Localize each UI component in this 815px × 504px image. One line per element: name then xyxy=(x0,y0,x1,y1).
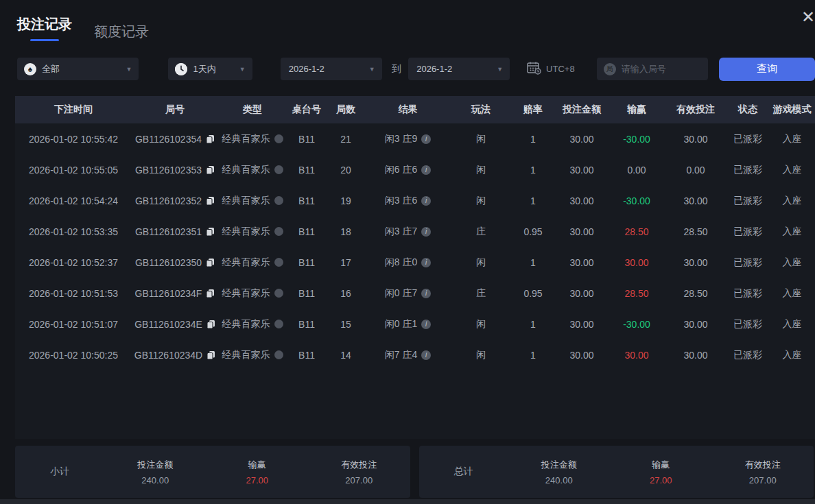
cell-valid-bet: 28.50 xyxy=(665,288,727,299)
cell-bet-amount: 30.00 xyxy=(555,319,609,330)
result-text: 闲0 庄1 xyxy=(385,318,417,331)
cell-round-id: GB1126102350 xyxy=(132,257,218,268)
cell-odds: 0.95 xyxy=(511,226,555,237)
cell-bet-time: 2026-01-02 10:50:25 xyxy=(15,350,132,361)
info-icon[interactable]: i xyxy=(421,196,431,206)
total-panel: 总计 投注金额 240.00 输赢 27.00 有效投注 207.00 xyxy=(419,446,814,498)
time-range-select-value: 1天内 xyxy=(193,63,215,75)
info-icon[interactable]: i xyxy=(421,350,431,360)
tab-quota-records[interactable]: 额度记录 xyxy=(94,23,149,41)
game-status-icon xyxy=(274,227,283,236)
game-type-text: 经典百家乐 xyxy=(222,256,270,269)
cell-result: 闲6 庄6 i xyxy=(365,164,451,176)
cell-win-loss: -30.00 xyxy=(609,134,665,145)
copy-icon[interactable] xyxy=(206,165,215,175)
date-to-select[interactable]: 2026-1-2 ▼ xyxy=(408,58,510,80)
game-type-text: 经典百家乐 xyxy=(222,349,270,361)
round-id-search-field[interactable]: 局 xyxy=(597,58,709,80)
close-icon[interactable]: ✕ xyxy=(801,7,815,27)
total-valid-bet: 有效投注 207.00 xyxy=(712,459,814,485)
game-type-text: 经典百家乐 xyxy=(222,133,270,145)
info-icon[interactable]: i xyxy=(421,165,431,175)
copy-icon[interactable] xyxy=(206,258,215,267)
info-icon[interactable]: i xyxy=(421,258,431,267)
round-id-text: GB112610234E xyxy=(134,319,202,330)
column-header-5: 结果 xyxy=(365,104,451,116)
cell-valid-bet: 30.00 xyxy=(665,350,727,361)
cell-bet-time: 2026-01-02 10:54:24 xyxy=(15,195,132,206)
cell-valid-bet: 30.00 xyxy=(665,195,727,206)
cell-round-id: GB112610234F xyxy=(132,288,218,299)
round-id-input[interactable] xyxy=(622,64,700,74)
cell-status: 已派彩 xyxy=(727,226,769,238)
cell-valid-bet: 28.50 xyxy=(665,226,727,237)
copy-icon[interactable] xyxy=(206,320,215,329)
cell-win-loss: 0.00 xyxy=(609,165,665,176)
copy-icon[interactable] xyxy=(206,227,215,237)
cell-odds: 1 xyxy=(511,319,555,330)
cell-bet-amount: 30.00 xyxy=(555,350,609,361)
time-range-select[interactable]: 1天内 ▼ xyxy=(168,58,252,80)
cell-round-count: 18 xyxy=(327,226,365,237)
info-icon[interactable]: i xyxy=(421,134,431,144)
result-text: 闲8 庄0 xyxy=(385,256,417,269)
info-icon[interactable]: i xyxy=(421,227,431,237)
cell-play: 庄 xyxy=(451,287,511,300)
copy-icon[interactable] xyxy=(206,350,215,360)
cell-game-type: 经典百家乐 xyxy=(218,256,287,269)
cell-win-loss: 30.00 xyxy=(609,350,665,361)
game-type-text: 经典百家乐 xyxy=(222,318,270,331)
game-status-icon xyxy=(274,258,283,267)
copy-icon[interactable] xyxy=(206,196,215,206)
total-win-loss: 输赢 27.00 xyxy=(610,459,712,485)
cell-round-id: GB112610234D xyxy=(132,350,218,361)
cell-win-loss: 28.50 xyxy=(609,288,665,299)
cell-game-type: 经典百家乐 xyxy=(218,349,287,361)
game-status-icon xyxy=(274,320,283,328)
copy-icon[interactable] xyxy=(206,134,215,144)
cell-table-no: B11 xyxy=(287,257,327,268)
cell-round-count: 17 xyxy=(327,257,365,268)
column-header-2: 类型 xyxy=(218,104,287,116)
cell-status: 已派彩 xyxy=(727,318,769,331)
cell-play: 庄 xyxy=(451,226,511,238)
cell-odds: 1 xyxy=(511,165,555,176)
cell-result: 闲7 庄4 i xyxy=(365,349,451,361)
tab-bet-records-label: 投注记录 xyxy=(17,15,72,34)
date-from-select[interactable]: 2026-1-2 ▼ xyxy=(281,58,382,80)
game-status-icon xyxy=(274,350,283,359)
column-header-4: 局数 xyxy=(327,104,365,116)
cell-win-loss: 30.00 xyxy=(609,257,665,268)
info-icon[interactable]: i xyxy=(421,320,431,329)
subtotal-valid-bet: 有效投注 207.00 xyxy=(308,459,410,485)
column-header-12: 游戏模式 xyxy=(769,104,815,116)
subtotal-win-loss: 输赢 27.00 xyxy=(206,459,309,485)
cell-game-type: 经典百家乐 xyxy=(218,164,287,176)
cell-bet-time: 2026-01-02 10:51:53 xyxy=(15,288,132,299)
copy-icon[interactable] xyxy=(206,289,215,298)
total-label: 总计 xyxy=(419,466,508,478)
cell-round-id: GB1126102354 xyxy=(132,134,218,145)
info-icon[interactable]: i xyxy=(421,289,431,298)
cell-status: 已派彩 xyxy=(727,349,769,361)
cell-play: 闲 xyxy=(451,318,511,331)
cell-table-no: B11 xyxy=(287,288,327,299)
cell-mode: 入座 xyxy=(769,287,815,300)
tab-bet-records[interactable]: 投注记录 xyxy=(17,15,72,41)
table-row: 2026-01-02 10:55:05 GB1126102353 经典百家乐 B… xyxy=(15,154,815,185)
result-text: 闲7 庄4 xyxy=(385,349,417,361)
date-to-label: 到 xyxy=(388,63,406,75)
subtotal-panel: 小计 投注金额 240.00 输赢 27.00 有效投注 207.00 xyxy=(15,446,410,498)
cell-table-no: B11 xyxy=(287,350,327,361)
cell-status: 已派彩 xyxy=(727,195,769,207)
query-button[interactable]: 查询 xyxy=(719,58,815,81)
result-text: 闲3 庄6 xyxy=(385,195,417,207)
table-row: 2026-01-02 10:52:37 GB1126102350 经典百家乐 B… xyxy=(15,247,815,278)
game-type-select[interactable]: ♠ 全部 ▼ xyxy=(17,58,139,80)
round-id-text: GB1126102350 xyxy=(135,257,202,268)
summary-bar: 小计 投注金额 240.00 输赢 27.00 有效投注 207.00 总计 投… xyxy=(15,446,814,498)
table-header-row: 下注时间局号类型桌台号局数结果玩法赔率投注金额输赢有效投注状态游戏模式 xyxy=(15,96,815,123)
round-id-text: GB1126102351 xyxy=(135,226,202,237)
cell-game-type: 经典百家乐 xyxy=(218,226,287,238)
cell-round-id: GB1126102353 xyxy=(132,165,218,176)
